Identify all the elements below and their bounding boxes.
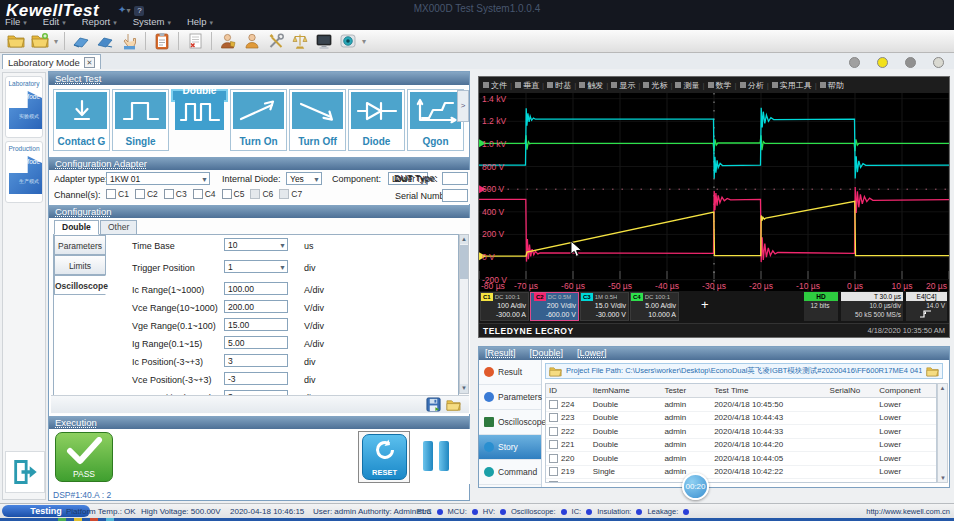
config-side-tab-oscilloscope[interactable]: Oscilloscope (54, 275, 106, 295)
pause-button[interactable] (416, 433, 456, 479)
field-select-2[interactable]: 1▼ (224, 260, 288, 273)
row-checkbox[interactable] (549, 440, 558, 449)
scope-menu-3[interactable]: 时基 (547, 80, 571, 91)
toolbar-dropdown-caret-icon[interactable]: ▾ (54, 37, 58, 46)
pass-status-button[interactable]: PASS (55, 432, 113, 482)
table-scrollbar[interactable]: ▲▼ (937, 383, 948, 483)
process-blue-icon[interactable] (71, 31, 91, 51)
clipboard-test-icon[interactable] (152, 31, 172, 51)
save-config-button[interactable] (426, 397, 441, 412)
column-header-tester[interactable]: Tester (661, 386, 711, 395)
monitor-icon[interactable] (314, 31, 334, 51)
user-admin-icon[interactable] (218, 31, 238, 51)
test-scroll-right-arrow[interactable]: > (457, 90, 469, 122)
user-normal-icon[interactable] (242, 31, 262, 51)
config-side-tab-parameters[interactable]: Parameters (54, 235, 106, 255)
row-checkbox[interactable] (549, 400, 558, 409)
column-header-id[interactable]: ID (546, 386, 590, 395)
test-button-contact-g[interactable]: Contact G (53, 89, 110, 151)
scroll-down-icon[interactable]: ▼ (460, 384, 468, 393)
menu-report[interactable]: Report▾ (82, 16, 117, 27)
menu-help[interactable]: Help▾ (187, 16, 213, 27)
results-nav-oscilloscope[interactable]: Oscilloscope (479, 410, 541, 435)
channel-box-c3[interactable]: C31M 0.5H15.0 V/div-30.000 V (580, 292, 629, 321)
field-input-6[interactable]: 5.00 (224, 336, 288, 349)
tab-laboratory-mode[interactable]: Laboratory Mode ✕ (2, 54, 101, 70)
test-button-turn-on[interactable]: Turn On (230, 89, 287, 151)
tab-close-icon[interactable]: ✕ (84, 57, 95, 68)
row-checkbox[interactable] (549, 427, 558, 436)
menu-edit[interactable]: Edit▾ (43, 16, 66, 27)
channel-box-c1[interactable]: C1DC 100:1100 A/div-300.00 A (480, 292, 529, 321)
scope-menu-2[interactable]: 垂直 (515, 80, 539, 91)
test-button-diode[interactable]: Diode (348, 89, 405, 151)
scope-menu-4[interactable]: 触发 (579, 80, 603, 91)
table-row[interactable]: 219Singleadmin2020/4/18 10:42:22Lower (546, 466, 936, 480)
channel-box-c2[interactable]: C2DC 0.5M200 V/div-600.00 V (530, 292, 579, 321)
results-nav-parameters[interactable]: Parameters (479, 385, 541, 410)
internal-diode-select[interactable]: Yes▼ (286, 172, 322, 185)
report-doc-icon[interactable] (185, 31, 205, 51)
open-new-icon[interactable] (30, 31, 50, 51)
results-nav-result[interactable]: Result (479, 360, 541, 385)
scope-menu-7[interactable]: 测量 (675, 80, 699, 91)
reset-button[interactable]: RESET (362, 434, 407, 480)
results-nav-command[interactable]: Command (479, 460, 541, 485)
field-input-8[interactable]: -3 (224, 372, 288, 385)
column-header-component[interactable]: Component (876, 386, 936, 395)
load-config-button[interactable] (446, 397, 461, 412)
adapter-type-select[interactable]: 1KW 01▼ (106, 172, 210, 185)
scroll-up-icon[interactable]: ▲ (460, 235, 468, 244)
channel-box-c4[interactable]: C4DC 100:15.00 A/div10.000 A (630, 292, 679, 321)
dut-type-input[interactable] (442, 172, 468, 185)
channel-checkbox-c1[interactable]: C1 (106, 189, 129, 199)
channel-checkbox-c6[interactable]: C6 (250, 189, 273, 199)
row-checkbox[interactable] (549, 454, 558, 463)
channel-checkbox-c2[interactable]: C2 (135, 189, 158, 199)
column-header-serialno[interactable]: SerialNo (827, 386, 877, 395)
column-header-itemname[interactable]: ItemName (590, 386, 662, 395)
trigger-box[interactable]: E4[C4]14.0 V (906, 292, 947, 321)
scope-menu-11[interactable]: 帮助 (820, 80, 844, 91)
column-header-test-time[interactable]: Test Time (711, 386, 826, 395)
channel-checkbox-c3[interactable]: C3 (164, 189, 187, 199)
field-input-3[interactable]: 100.00 (224, 282, 288, 295)
table-row[interactable]: 223Doubleadmin2020/4/18 10:44:43Lower (546, 412, 936, 426)
row-checkbox[interactable] (549, 467, 558, 476)
test-button-turn-off[interactable]: Turn Off (289, 89, 346, 151)
channel-checkbox-c7[interactable]: C7 (279, 189, 302, 199)
scope-menu-9[interactable]: 分析 (740, 80, 764, 91)
field-input-7[interactable]: 3 (224, 354, 288, 367)
production-mode-button[interactable]: Production Mode 生产模式 (5, 141, 43, 203)
scroll-up-icon[interactable]: ▲ (938, 385, 947, 391)
hand-select-icon[interactable] (119, 31, 139, 51)
results-nav-story[interactable]: Story (479, 435, 541, 460)
table-row[interactable]: 218Singleadmin2020/4/18 10:40:16Lower (546, 479, 936, 483)
table-row[interactable]: 221Doubleadmin2020/4/18 10:44:20Lower (546, 439, 936, 453)
table-row[interactable]: 224Doubleadmin2020/4/18 10:45:50Lower (546, 398, 936, 412)
config-tab-double[interactable]: Double (54, 220, 99, 235)
menu-system[interactable]: System▾ (133, 16, 171, 27)
test-button-single[interactable]: Single (112, 89, 169, 151)
row-checkbox[interactable] (549, 413, 558, 422)
open-project-icon[interactable] (6, 31, 26, 51)
menu-file[interactable]: File▾ (5, 16, 27, 27)
channel-checkbox-c5[interactable]: C5 (222, 189, 245, 199)
scrollbar-thumb[interactable] (460, 245, 468, 279)
timebase-box[interactable]: T 30.0 µs10.0 µs/div50 kS 500 MS/s (841, 292, 903, 321)
row-checkbox[interactable] (549, 481, 558, 483)
config-tab-other[interactable]: Other (100, 220, 137, 235)
laboratory-mode-button[interactable]: Laboratory Mode 实验模式 (5, 76, 43, 138)
scope-menu-10[interactable]: 实用工具 (772, 80, 812, 91)
scope-menu-5[interactable]: 显示 (611, 80, 635, 91)
table-row[interactable]: 222Doubleadmin2020/4/18 10:44:33Lower (546, 425, 936, 439)
test-button-double[interactable]: Double (171, 89, 228, 102)
scope-menu-6[interactable]: 光标 (643, 80, 667, 91)
serial-number-input[interactable] (442, 189, 468, 202)
scales-icon[interactable] (290, 31, 310, 51)
tools-icon[interactable] (266, 31, 286, 51)
field-select-1[interactable]: 10▼ (224, 238, 288, 251)
field-input-5[interactable]: 15.00 (224, 318, 288, 331)
field-input-4[interactable]: 200.00 (224, 300, 288, 313)
channel-checkbox-c4[interactable]: C4 (193, 189, 216, 199)
